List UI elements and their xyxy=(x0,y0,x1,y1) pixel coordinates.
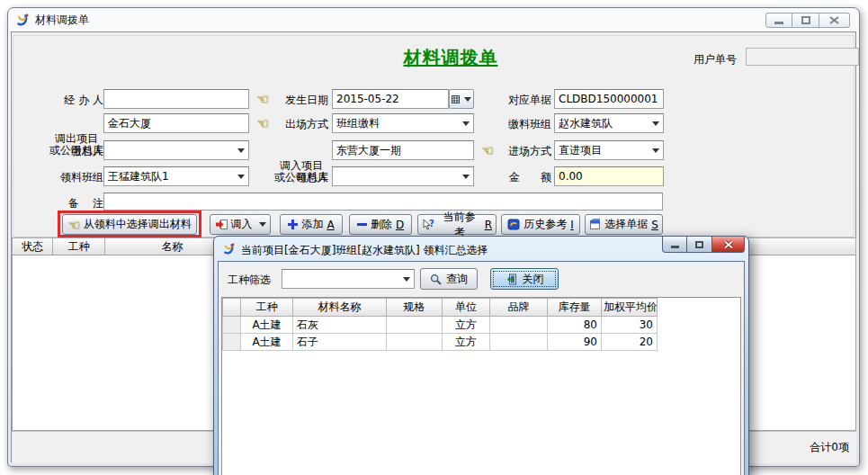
grid-row[interactable]: A土建 石子 立方 90 20 xyxy=(223,334,658,351)
main-titlebar[interactable]: 材料调拨单 xyxy=(8,8,859,31)
query-button[interactable]: 查询 xyxy=(420,268,478,290)
grid-header-worktype[interactable]: 工种 xyxy=(241,299,293,317)
chevron-down-icon xyxy=(403,277,410,282)
chevron-down-icon xyxy=(464,97,471,102)
grid-header-stock[interactable]: 库存量 xyxy=(548,299,602,317)
column-header-status[interactable]: 状态 xyxy=(13,238,53,255)
notepad-icon xyxy=(589,219,601,230)
minimize-button[interactable] xyxy=(765,13,792,28)
close-icon xyxy=(829,16,839,24)
recv-team-label: 领料班组 xyxy=(24,170,103,185)
receiver-label: 领料人 xyxy=(274,170,328,185)
in-store-input[interactable] xyxy=(332,140,474,160)
ref-doc-label: 对应单据 xyxy=(501,93,551,108)
pick-from-receive-button[interactable]: ☜ 从领料中选择调出材料 xyxy=(62,214,197,235)
remark-input[interactable] xyxy=(103,193,663,211)
cell-avgprice[interactable]: 30 xyxy=(602,317,658,334)
book-icon xyxy=(507,219,520,230)
cell-unit[interactable]: 立方 xyxy=(443,317,490,334)
payer-select[interactable] xyxy=(103,140,249,160)
grid-header-brand[interactable]: 品牌 xyxy=(490,299,548,317)
close-button[interactable] xyxy=(712,237,745,253)
app-icon xyxy=(222,242,236,255)
receiver-select[interactable] xyxy=(332,166,474,186)
add-button[interactable]: 添加A xyxy=(280,214,343,235)
pay-team-select[interactable]: 赵水建筑队 xyxy=(554,113,664,133)
recv-team-select[interactable]: 王猛建筑队1 xyxy=(103,166,249,186)
delete-button[interactable]: 删除D xyxy=(349,214,412,235)
cell-unit[interactable]: 立方 xyxy=(443,334,490,351)
hand-pointer-icon[interactable]: ☜ xyxy=(481,142,493,158)
remark-label: 备 注 xyxy=(24,196,103,211)
grid-row[interactable]: A土建 石灰 立方 80 30 xyxy=(223,317,658,334)
cell-stock[interactable]: 90 xyxy=(548,334,602,351)
minimize-icon xyxy=(671,246,679,248)
maximize-button[interactable] xyxy=(792,13,819,28)
cell-spec[interactable] xyxy=(387,317,443,334)
date-input[interactable] xyxy=(332,89,449,109)
select-doc-button[interactable]: 选择单据S xyxy=(585,214,663,235)
hand-pointer-icon[interactable]: ☜ xyxy=(256,91,268,107)
cell-brand[interactable] xyxy=(490,334,548,351)
grid-header-spec[interactable]: 规格 xyxy=(387,299,443,317)
maximize-button[interactable] xyxy=(687,237,712,253)
history-ref-button[interactable]: 历史参考I xyxy=(501,214,580,235)
dialog-window-controls xyxy=(662,237,745,253)
transfer-in-icon xyxy=(215,219,228,230)
grid-header-material[interactable]: 材料名称 xyxy=(293,299,387,317)
transfer-in-button[interactable]: 调入 xyxy=(210,214,271,235)
exit-door-icon xyxy=(506,273,518,285)
cursor-help-icon: ? xyxy=(422,219,434,230)
grid-header-unit[interactable]: 单位 xyxy=(443,299,490,317)
chevron-down-icon xyxy=(652,121,659,126)
cell-spec[interactable] xyxy=(387,334,443,351)
grid-header-selector[interactable] xyxy=(223,299,241,317)
grid-header-avgprice[interactable]: 加权平均价 xyxy=(602,299,658,317)
worktype-filter-select[interactable] xyxy=(282,269,415,289)
entry-mode-select[interactable]: 直进项目 xyxy=(554,140,664,160)
cell-brand[interactable] xyxy=(490,317,548,334)
chevron-down-icon xyxy=(237,175,245,179)
hand-pointer-icon[interactable]: ☜ xyxy=(256,115,268,131)
user-no-input[interactable] xyxy=(746,48,859,66)
entry-mode-label: 进场方式 xyxy=(501,144,551,159)
search-icon xyxy=(430,273,442,285)
column-header-empty[interactable] xyxy=(735,238,855,255)
minimize-button[interactable] xyxy=(662,237,687,253)
filter-label: 工种筛选 xyxy=(228,273,271,288)
window-title: 材料调拨单 xyxy=(35,13,89,28)
column-header-worktype[interactable]: 工种 xyxy=(53,238,105,255)
row-selector[interactable] xyxy=(223,334,241,351)
row-selector[interactable] xyxy=(223,317,241,334)
cell-material[interactable]: 石子 xyxy=(293,334,387,351)
handler-input[interactable] xyxy=(103,89,249,109)
close-button[interactable] xyxy=(819,13,850,28)
minus-icon xyxy=(357,223,367,226)
dialog-title[interactable]: 当前项目[金石大厦]班组[赵水建筑队] 领料汇总选择 xyxy=(241,243,488,258)
maximize-icon xyxy=(695,241,703,248)
exit-mode-label: 出场方式 xyxy=(274,117,328,132)
out-store-input[interactable] xyxy=(103,113,249,133)
cell-stock[interactable]: 80 xyxy=(548,317,602,334)
cell-avgprice[interactable]: 20 xyxy=(602,334,658,351)
cell-worktype[interactable]: A土建 xyxy=(241,317,293,334)
current-ref-button[interactable]: ? 当前参考R xyxy=(417,214,497,235)
grid-header-row: 工种 材料名称 规格 单位 品牌 库存量 加权平均价 xyxy=(223,299,658,317)
date-label: 发生日期 xyxy=(274,93,328,108)
cell-material[interactable]: 石灰 xyxy=(293,317,387,334)
handler-label: 经 办 人 xyxy=(24,93,103,108)
exit-mode-select[interactable]: 班组缴料 xyxy=(332,113,474,133)
window-controls xyxy=(765,13,850,28)
pay-team-label: 缴料班组 xyxy=(501,117,551,132)
screen: 材料调拨单 材料调拨单 用户单号 经 办 人 ☜ 发生日期 对应单据 调出项目或… xyxy=(0,0,868,475)
chevron-down-icon xyxy=(462,175,470,179)
chevron-down-icon xyxy=(462,121,470,126)
ref-doc-input[interactable] xyxy=(554,89,664,109)
date-picker-button[interactable] xyxy=(449,89,474,109)
cell-worktype[interactable]: A土建 xyxy=(241,334,293,351)
dialog-close-button[interactable]: 关闭 xyxy=(490,268,559,290)
plus-icon xyxy=(288,220,298,229)
page-title: 材料调拨单 xyxy=(379,46,523,70)
amount-input[interactable] xyxy=(554,166,664,186)
material-select-dialog: 当前项目[金石大厦]班组[赵水建筑队] 领料汇总选择 工种筛选 查询 xyxy=(213,236,749,475)
